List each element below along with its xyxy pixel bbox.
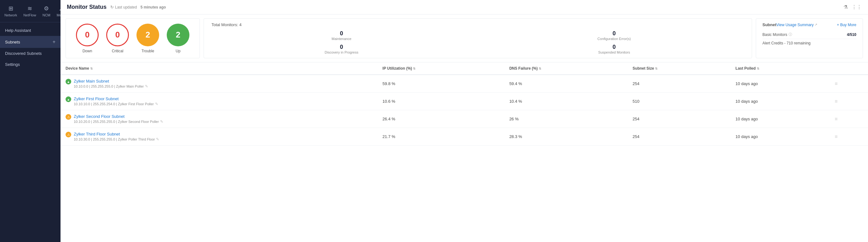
page-title: Monitor Status	[67, 4, 106, 10]
device-cell: ▲ Zylker Main Subnet 10.10.0.0 | 255.255…	[66, 79, 373, 89]
table-row: ▲ Zylker First Floor Subnet 10.10.10.0 |…	[61, 93, 868, 110]
table-container: Device Name⇅IP Utilization (%)⇅DNS Failu…	[61, 62, 868, 242]
buy-more-button[interactable]: + Buy More	[837, 23, 856, 27]
monitor-label-config-errors: Configuration Error(s)	[597, 37, 631, 41]
sidebar-label-settings: Settings	[5, 62, 20, 67]
device-cell: ▲ Zylker First Floor Subnet 10.10.10.0 |…	[66, 96, 373, 106]
nav-item-ncm[interactable]: ⚙NCM	[39, 2, 54, 20]
edit-icon[interactable]: ✎	[155, 102, 158, 106]
th-dns-failure[interactable]: DNS Failure (%)⇅	[504, 62, 627, 75]
td-device-row-4: ⚠ Zylker Third Floor Subnet 10.10.30.0 |…	[61, 128, 378, 146]
plus-icon[interactable]: +	[53, 39, 56, 45]
filter-icon[interactable]: ⚗	[843, 4, 848, 10]
device-sub-row-1: 10.10.0.0 | 255.255.255.0 | Zylker Main …	[74, 84, 148, 89]
circle-up: 2	[167, 24, 189, 46]
row-menu-icon[interactable]: ≡	[835, 116, 837, 122]
circle-down: 0	[76, 24, 99, 46]
td-ip-util-row-2: 10.6 %	[378, 93, 504, 110]
td-polled-row-2: 10 days ago	[731, 93, 830, 110]
table-body: ▲ Zylker Main Subnet 10.10.0.0 | 255.255…	[61, 75, 868, 146]
total-monitors-panel: Total Monitors: 4 0 Maintenance 0 Config…	[204, 18, 752, 58]
device-sub-row-4: 10.10.30.0 | 255.255.255.0 | Zylker Poll…	[74, 137, 159, 142]
nav-label-netflow: NetFlow	[23, 13, 36, 17]
row-menu-icon[interactable]: ≡	[835, 134, 837, 139]
td-size-row-1: 254	[627, 75, 731, 93]
status-circle-trouble[interactable]: 2 Trouble	[136, 24, 159, 53]
sidebar-item-help-assistant[interactable]: Help Assistant	[0, 25, 61, 36]
td-ip-util-row-1: 59.8 %	[378, 75, 504, 93]
td-dns-row-2: 10.4 %	[504, 93, 627, 110]
view-usage-link[interactable]: View Usage Summary	[776, 23, 814, 27]
monitor-stat-discovery: 0 Discovery in Progress	[212, 44, 471, 54]
circle-label-trouble: Trouble	[142, 49, 154, 53]
device-name-row-2[interactable]: Zylker First Floor Subnet	[74, 96, 158, 101]
sidebar-nav: ⊞Network≋NetFlow⚙NCM☁Meraki	[0, 0, 61, 22]
status-circle-down[interactable]: 0 Down	[76, 24, 99, 53]
td-actions-row-3: ≡	[830, 110, 868, 128]
circle-label-critical: Critical	[112, 49, 124, 53]
table-row: ⚠ Zylker Second Floor Subnet 10.10.20.0 …	[61, 110, 868, 128]
edit-icon[interactable]: ✎	[145, 84, 148, 89]
status-circle-critical[interactable]: 0 Critical	[106, 24, 129, 53]
grid-icon[interactable]: ⋮⋮	[851, 4, 862, 10]
monitor-stat-suspended: 0 Suspended Monitors	[484, 44, 744, 54]
device-sub-row-2: 10.10.10.0 | 255.255.254.0 | Zylker Firs…	[74, 102, 158, 106]
status-indicator-row-3: ⚠	[66, 114, 71, 120]
sidebar: ⊞Network≋NetFlow⚙NCM☁Meraki Help Assista…	[0, 0, 61, 242]
td-ip-util-row-3: 26.4 %	[378, 110, 504, 128]
sidebar-item-settings[interactable]: Settings	[0, 59, 61, 70]
td-dns-row-4: 28.3 %	[504, 128, 627, 146]
th-ip-utilization[interactable]: IP Utilization (%)⇅	[378, 62, 504, 75]
monitor-value-discovery: 0	[340, 44, 343, 51]
monitor-stat-config-errors: 0 Configuration Error(s)	[484, 30, 744, 41]
netflow-icon: ≋	[27, 5, 32, 12]
ncm-icon: ⚙	[44, 5, 49, 12]
edit-icon[interactable]: ✎	[156, 137, 159, 142]
sidebar-item-subnets[interactable]: Subnets+	[0, 36, 61, 48]
status-circles-panel: 0 Down 0 Critical 2 Trouble 2 Up	[66, 18, 200, 58]
td-actions-row-1: ≡	[830, 75, 868, 93]
nav-label-network: Network	[4, 13, 17, 17]
stats-row: 0 Down 0 Critical 2 Trouble 2 Up Total M…	[61, 14, 868, 62]
info-icon[interactable]: ⓘ	[788, 32, 792, 37]
status-indicator-row-4: ⚠	[66, 132, 71, 138]
subnet-panel: Subnet View Usage Summary ↗ + Buy More B…	[756, 18, 863, 58]
monitor-label-maintenance: Maintenance	[332, 37, 351, 41]
subnet-panel-header: Subnet View Usage Summary ↗ + Buy More	[763, 22, 856, 27]
device-name-row-1[interactable]: Zylker Main Subnet	[74, 79, 148, 84]
td-device-row-1: ▲ Zylker Main Subnet 10.10.0.0 | 255.255…	[61, 75, 378, 93]
td-dns-row-3: 26 %	[504, 110, 627, 128]
nav-item-netflow[interactable]: ≋NetFlow	[20, 2, 39, 20]
monitor-label-discovery: Discovery in Progress	[324, 51, 359, 54]
sidebar-label-discovered-subnets: Discovered Subnets	[5, 51, 41, 56]
td-size-row-2: 510	[627, 93, 731, 110]
refresh-icon[interactable]: ↻	[110, 5, 114, 9]
th-last-polled[interactable]: Last Polled⇅	[731, 62, 830, 75]
circle-label-up: Up	[176, 49, 180, 53]
sidebar-label-help-assistant: Help Assistant	[5, 28, 31, 33]
td-dns-row-1: 59.4 %	[504, 75, 627, 93]
monitor-label-suspended: Suspended Monitors	[598, 51, 630, 54]
td-polled-row-3: 10 days ago	[731, 110, 830, 128]
device-name-row-4[interactable]: Zylker Third Floor Subnet	[74, 132, 159, 137]
basic-monitors-label: Basic Monitors ⓘ	[763, 32, 792, 37]
status-circle-up[interactable]: 2 Up	[167, 24, 189, 53]
edit-icon[interactable]: ✎	[160, 119, 163, 124]
table-header: Device Name⇅IP Utilization (%)⇅DNS Failu…	[61, 62, 868, 75]
row-menu-icon[interactable]: ≡	[835, 81, 837, 86]
nav-label-ncm: NCM	[42, 13, 51, 17]
sidebar-item-discovered-subnets[interactable]: Discovered Subnets	[0, 48, 61, 59]
nav-item-network[interactable]: ⊞Network	[1, 2, 20, 20]
last-updated: ↻ Last updated 5 minutes ago	[110, 5, 166, 9]
external-link-icon: ↗	[814, 23, 817, 27]
row-menu-icon[interactable]: ≡	[835, 99, 837, 104]
device-sub-row-3: 10.10.20.0 | 255.255.255.0 | Zylker Seco…	[74, 119, 163, 124]
td-actions-row-4: ≡	[830, 128, 868, 146]
th-device-name[interactable]: Device Name⇅	[61, 62, 378, 75]
header-left: Monitor Status ↻ Last updated 5 minutes …	[67, 4, 166, 10]
status-indicator-row-2: ▲	[66, 96, 71, 102]
device-name-row-3[interactable]: Zylker Second Floor Subnet	[74, 114, 163, 119]
th-subnet-size[interactable]: Subnet Size⇅	[627, 62, 731, 75]
subnet-title: Subnet	[763, 22, 776, 27]
sort-icon: ⇅	[413, 67, 415, 70]
